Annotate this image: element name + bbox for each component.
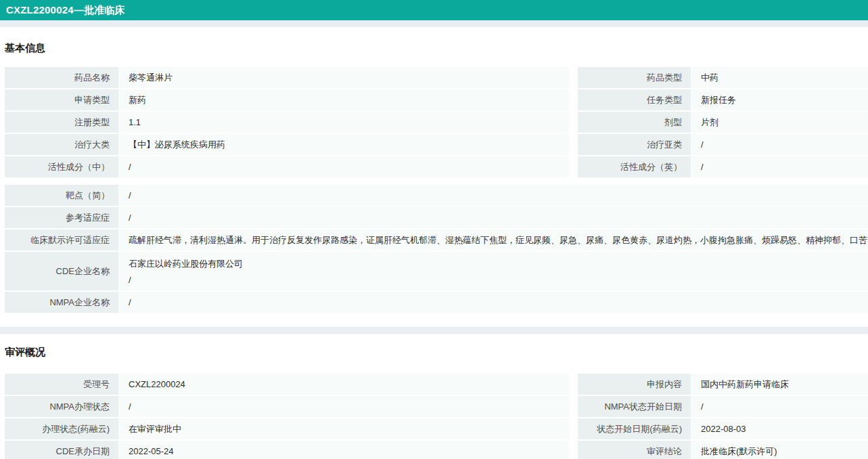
- row-value: 石家庄以岭药业股份有限公司 /: [118, 252, 868, 290]
- row-value: /: [118, 207, 868, 228]
- column-gap: [569, 67, 578, 88]
- row-value: /: [691, 156, 868, 177]
- column-gap: [569, 156, 578, 177]
- row-value: 1.1: [118, 112, 569, 133]
- column-gap: [569, 134, 578, 155]
- section-heading-review: 审评概况: [5, 346, 868, 359]
- company-name-line2: /: [129, 272, 868, 288]
- row-value: 中药: [691, 67, 868, 88]
- basic-info-table: 药品名称 柴芩通淋片 药品类型 中药 申请类型 新药 任务类型 新报任务 注册类…: [5, 67, 868, 313]
- row-label: 治疗大类: [5, 134, 118, 155]
- row-value: 批准临床(默示许可): [691, 441, 868, 459]
- table-row: 办理状态(药融云) 在审评审批中 状态开始日期(药融云) 2022-08-03: [5, 418, 868, 439]
- page-titlebar: CXZL2200024—批准临床: [0, 0, 868, 20]
- section-divider-strip: [0, 327, 868, 334]
- row-value: /: [118, 185, 868, 206]
- row-value: CXZL2200024: [118, 374, 569, 395]
- table-row: 药品名称 柴芩通淋片 药品类型 中药: [5, 67, 868, 88]
- row-label: NMPA状态开始日期: [578, 396, 691, 417]
- column-gap: [569, 374, 578, 395]
- row-label: 靶点（简）: [5, 185, 118, 206]
- review-table: 受理号 CXZL2200024 申报内容 国内中药新药申请临床 NMPA办理状态…: [5, 374, 868, 459]
- table-row: CDE企业名称 石家庄以岭药业股份有限公司 /: [5, 252, 868, 290]
- column-gap: [569, 112, 578, 133]
- column-gap: [569, 418, 578, 439]
- row-label: NMPA办理状态: [5, 396, 118, 417]
- row-value: 新报任务: [691, 89, 868, 110]
- row-value: 2022-08-03: [691, 418, 868, 439]
- table-row: 注册类型 1.1 剂型 片剂: [5, 112, 868, 133]
- table-row: 治疗大类 【中】泌尿系统疾病用药 治疗亚类 /: [5, 134, 868, 155]
- row-value: 【中】泌尿系统疾病用药: [118, 134, 569, 155]
- column-gap: [569, 441, 578, 459]
- row-label: 药品类型: [578, 67, 691, 88]
- header-divider-strip: [0, 20, 868, 27]
- row-value: 柴芩通淋片: [118, 67, 569, 88]
- row-value-indication: 疏解肝经气滞，清利湿热通淋。用于治疗反复发作尿路感染，证属肝经气机郁滞、湿热蕴结…: [118, 230, 868, 250]
- row-label: 申报内容: [578, 374, 691, 395]
- row-group-gap: [5, 179, 868, 185]
- table-row: NMPA企业名称 /: [5, 292, 868, 313]
- row-label: 活性成分（中）: [5, 156, 118, 177]
- table-row: 靶点（简） /: [5, 185, 868, 206]
- row-value: /: [118, 156, 569, 177]
- table-row: 参考适应症 /: [5, 207, 868, 228]
- row-label: 申请类型: [5, 89, 118, 110]
- section-heading-basic-info: 基本信息: [5, 42, 868, 55]
- column-gap: [569, 396, 578, 417]
- page-title: CXZL2200024—批准临床: [6, 4, 125, 16]
- column-gap: [569, 89, 578, 110]
- table-row: NMPA办理状态 / NMPA状态开始日期 /: [5, 396, 868, 417]
- row-label: 参考适应症: [5, 207, 118, 228]
- row-label: 临床默示许可适应症: [5, 230, 118, 250]
- row-label: CDE企业名称: [5, 252, 118, 290]
- row-label: 办理状态(药融云): [5, 418, 118, 439]
- table-row: CDE承办日期 2022-05-24 审评结论 批准临床(默示许可): [5, 441, 868, 459]
- row-value: 片剂: [691, 112, 868, 133]
- row-label: 受理号: [5, 374, 118, 395]
- row-value: /: [118, 292, 868, 313]
- row-label: 治疗亚类: [578, 134, 691, 155]
- row-label: NMPA企业名称: [5, 292, 118, 313]
- row-value: /: [691, 134, 868, 155]
- row-label: 状态开始日期(药融云): [578, 418, 691, 439]
- row-value: 新药: [118, 89, 569, 110]
- table-row: 申请类型 新药 任务类型 新报任务: [5, 89, 868, 110]
- row-label: 活性成分（英）: [578, 156, 691, 177]
- company-name-line: 石家庄以岭药业股份有限公司: [129, 256, 868, 272]
- table-row: 受理号 CXZL2200024 申报内容 国内中药新药申请临床: [5, 374, 868, 395]
- row-label: 剂型: [578, 112, 691, 133]
- row-value: /: [691, 396, 868, 417]
- row-label: 审评结论: [578, 441, 691, 459]
- row-label: CDE承办日期: [5, 441, 118, 459]
- table-row: 临床默示许可适应症 疏解肝经气滞，清利湿热通淋。用于治疗反复发作尿路感染，证属肝…: [5, 230, 868, 250]
- row-value: 2022-05-24: [118, 441, 569, 459]
- row-value: 在审评审批中: [118, 418, 569, 439]
- row-label: 药品名称: [5, 67, 118, 88]
- row-label: 注册类型: [5, 112, 118, 133]
- table-row: 活性成分（中） / 活性成分（英） /: [5, 156, 868, 177]
- row-label: 任务类型: [578, 89, 691, 110]
- row-value: /: [118, 396, 569, 417]
- row-value: 国内中药新药申请临床: [691, 374, 868, 395]
